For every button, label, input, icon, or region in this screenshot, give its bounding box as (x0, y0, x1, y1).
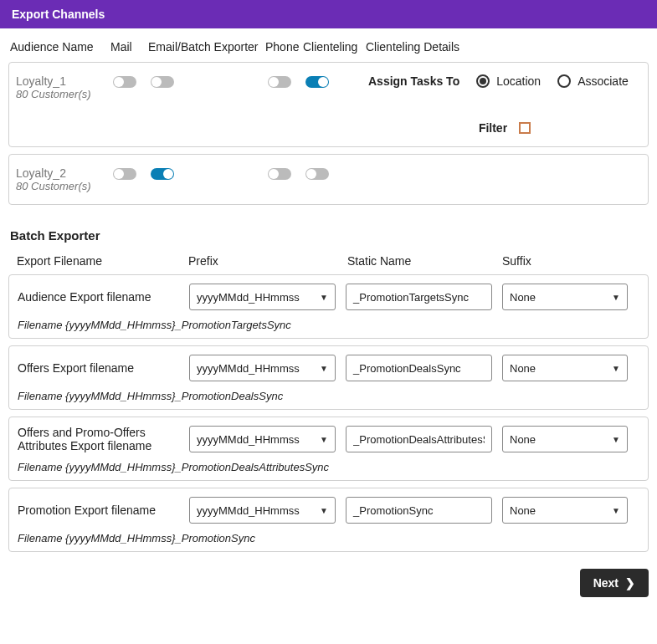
audience-count: 80 Customer(s) (16, 88, 113, 100)
audience-name: Loyalty_2 (16, 166, 113, 180)
chevron-down-icon: ▼ (320, 506, 328, 515)
assign-tasks-row: Assign Tasks To Location Associate (368, 74, 641, 88)
email-toggle[interactable] (151, 168, 174, 180)
mail-toggle[interactable] (113, 168, 136, 180)
radio-associate-label: Associate (577, 74, 629, 88)
filename-card: Audience Export filename yyyyMMdd_HHmmss… (8, 274, 649, 339)
clienteling-details-cell: Assign Tasks To Location Associate Filte… (368, 74, 641, 135)
audience-row: Loyalty_1 80 Customer(s) Assign Tasks To… (16, 74, 641, 135)
audience-row: Loyalty_2 80 Customer(s) (16, 166, 641, 192)
batch-col-static: Static Name (347, 254, 502, 268)
prefix-value: yyyyMMdd_HHmmss (197, 433, 300, 446)
radio-associate[interactable] (557, 74, 571, 88)
col-header-audience: Audience Name (10, 40, 110, 54)
filename-preview: Filename {yyyyMMdd_HHmmss}_PromotionTarg… (18, 319, 639, 331)
filter-row: Filter (368, 121, 641, 135)
filename-row: Offers and Promo-Offers Attributes Expor… (18, 426, 639, 452)
page-header: Export Channels (0, 0, 657, 28)
radio-location-group[interactable]: Location (476, 74, 541, 88)
radio-associate-group[interactable]: Associate (557, 74, 629, 88)
email-toggle[interactable] (151, 76, 174, 88)
static-name-input[interactable]: _PromotionDealsSync (346, 355, 492, 381)
col-header-phone: Phone (265, 40, 303, 54)
col-header-clienteling-details: Clienteling Details (366, 40, 647, 54)
chevron-down-icon: ▼ (320, 364, 328, 373)
prefix-select[interactable]: yyyyMMdd_HHmmss ▼ (189, 284, 336, 310)
clienteling-toggle[interactable] (305, 168, 329, 180)
assign-tasks-label: Assign Tasks To (368, 74, 459, 88)
channels-column-headers: Audience Name Mail Email/Batch Exporter … (0, 28, 657, 62)
filename-card: Offers and Promo-Offers Attributes Expor… (8, 417, 649, 481)
phone-toggle[interactable] (268, 168, 291, 180)
suffix-select[interactable]: None ▼ (502, 497, 628, 524)
audience-name: Loyalty_1 (16, 74, 113, 88)
static-value: _PromotionSync (353, 504, 433, 517)
next-button[interactable]: Next ❯ (580, 569, 649, 597)
chevron-right-icon: ❯ (625, 576, 635, 590)
suffix-value: None (510, 504, 536, 517)
page-title: Export Channels (12, 8, 105, 21)
prefix-value: yyyyMMdd_HHmmss (197, 291, 300, 304)
filename-card: Promotion Export filename yyyyMMdd_HHmms… (8, 488, 649, 552)
next-button-label: Next (593, 576, 619, 590)
filename-row: Audience Export filename yyyyMMdd_HHmmss… (18, 284, 639, 310)
col-header-mail: Mail (110, 40, 148, 54)
suffix-value: None (510, 433, 536, 446)
static-value: _PromotionDealsAttributesSync (353, 433, 485, 446)
batch-column-headers: Export Filename Prefix Static Name Suffi… (0, 249, 657, 274)
audience-card: Loyalty_1 80 Customer(s) Assign Tasks To… (8, 62, 649, 147)
batch-col-suffix: Suffix (502, 254, 628, 268)
chevron-down-icon: ▼ (612, 293, 620, 302)
chevron-down-icon: ▼ (320, 293, 328, 302)
suffix-value: None (510, 291, 536, 304)
suffix-value: None (510, 362, 536, 375)
filename-card: Offers Export filename yyyyMMdd_HHmmss ▼… (8, 345, 649, 410)
suffix-select[interactable]: None ▼ (502, 355, 628, 381)
prefix-select[interactable]: yyyyMMdd_HHmmss ▼ (189, 426, 336, 452)
suffix-select[interactable]: None ▼ (502, 426, 628, 452)
col-header-clienteling: Clienteling (303, 40, 366, 54)
batch-exporter-title: Batch Exporter (0, 212, 657, 249)
chevron-down-icon: ▼ (320, 435, 328, 444)
filter-label: Filter (479, 121, 507, 135)
batch-col-export: Export Filename (17, 254, 188, 268)
filter-checkbox[interactable] (519, 122, 531, 134)
col-header-email: Email/Batch Exporter (148, 40, 265, 54)
prefix-value: yyyyMMdd_HHmmss (197, 362, 300, 375)
prefix-value: yyyyMMdd_HHmmss (197, 504, 300, 517)
suffix-select[interactable]: None ▼ (502, 284, 628, 310)
radio-location-label: Location (496, 74, 541, 88)
audience-name-cell: Loyalty_1 80 Customer(s) (16, 74, 113, 100)
filename-row: Promotion Export filename yyyyMMdd_HHmms… (18, 497, 639, 524)
filename-preview: Filename {yyyyMMdd_HHmmss}_PromotionDeal… (18, 390, 639, 402)
phone-toggle[interactable] (268, 76, 291, 88)
static-value: _PromotionTargetsSync (353, 291, 469, 304)
static-name-input[interactable]: _PromotionTargetsSync (346, 284, 492, 310)
static-name-input[interactable]: _PromotionSync (346, 497, 492, 524)
chevron-down-icon: ▼ (612, 364, 620, 373)
batch-col-prefix: Prefix (188, 254, 347, 268)
filename-preview: Filename {yyyyMMdd_HHmmss}_PromotionDeal… (18, 461, 639, 473)
filename-row: Offers Export filename yyyyMMdd_HHmmss ▼… (18, 355, 639, 381)
prefix-select[interactable]: yyyyMMdd_HHmmss ▼ (189, 497, 336, 524)
clienteling-toggle[interactable] (305, 76, 329, 88)
filename-preview: Filename {yyyyMMdd_HHmmss}_PromotionSync (18, 532, 639, 544)
filename-label: Offers Export filename (18, 361, 189, 375)
chevron-down-icon: ▼ (612, 435, 620, 444)
static-name-input[interactable]: _PromotionDealsAttributesSync (346, 426, 492, 452)
static-value: _PromotionDealsSync (353, 362, 461, 375)
chevron-down-icon: ▼ (612, 506, 620, 515)
audience-card: Loyalty_2 80 Customer(s) (8, 154, 649, 205)
filename-label: Audience Export filename (18, 290, 189, 304)
filename-label: Promotion Export filename (18, 503, 189, 517)
audience-name-cell: Loyalty_2 80 Customer(s) (16, 166, 113, 192)
footer-row: Next ❯ (0, 559, 657, 609)
audience-count: 80 Customer(s) (16, 180, 113, 192)
prefix-select[interactable]: yyyyMMdd_HHmmss ▼ (189, 355, 336, 381)
radio-location[interactable] (476, 74, 490, 88)
mail-toggle[interactable] (113, 76, 136, 88)
filename-label: Offers and Promo-Offers Attributes Expor… (18, 426, 189, 452)
